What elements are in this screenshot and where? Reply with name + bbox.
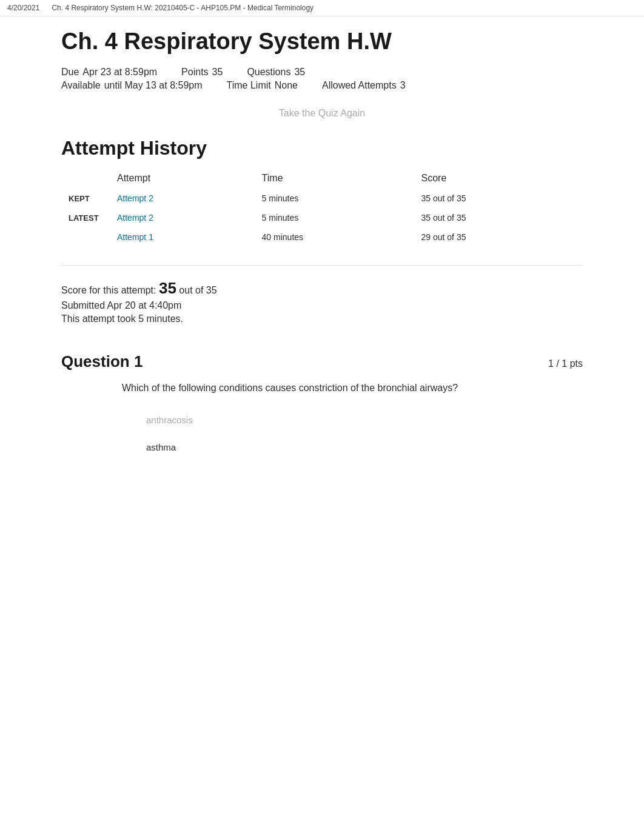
due-chunk: Due Apr 23 at 8:59pm bbox=[61, 67, 157, 78]
available-chunk: Available until May 13 at 8:59pm bbox=[61, 80, 203, 91]
points-value: 35 bbox=[212, 67, 223, 78]
row-tag: LATEST bbox=[61, 208, 110, 227]
row-attempt[interactable]: Attempt 2 bbox=[110, 208, 255, 227]
score-out-of: out of 35 bbox=[179, 285, 216, 295]
submitted-line: Submitted Apr 20 at 4:40pm bbox=[61, 300, 583, 311]
col-time: Time bbox=[255, 169, 414, 189]
available-value: until May 13 at 8:59pm bbox=[104, 80, 203, 91]
question-header: Question 1 1 / 1 pts bbox=[61, 352, 583, 371]
row-attempt[interactable]: Attempt 1 bbox=[110, 227, 255, 247]
allowed-attempts-chunk: Allowed Attempts 3 bbox=[322, 80, 406, 91]
points-chunk: Points 35 bbox=[181, 67, 223, 78]
browser-bar: 4/20/2021 Ch. 4 Respiratory System H.W: … bbox=[0, 0, 644, 16]
divider-1 bbox=[61, 265, 583, 266]
page-title: Ch. 4 Respiratory System H.W bbox=[61, 29, 583, 55]
duration-line: This attempt took 5 minutes. bbox=[61, 314, 583, 324]
row-time: 5 minutes bbox=[255, 189, 414, 208]
table-row: Attempt 140 minutes29 out of 35 bbox=[61, 227, 583, 247]
col-tag bbox=[61, 169, 110, 189]
browser-date: 4/20/2021 bbox=[7, 4, 39, 12]
take-quiz-button[interactable]: Take the Quiz Again bbox=[279, 108, 365, 119]
row-score: 35 out of 35 bbox=[414, 208, 583, 227]
question-label: Question 1 bbox=[61, 352, 143, 371]
question-text: Which of the following conditions causes… bbox=[61, 381, 583, 395]
row-time: 40 minutes bbox=[255, 227, 414, 247]
time-limit-value: None bbox=[275, 80, 298, 91]
score-line: Score for this attempt: 35 out of 35 bbox=[61, 279, 583, 298]
answer-option-correct: asthma bbox=[61, 437, 583, 457]
answer-option-incorrect: anthracosis bbox=[61, 410, 583, 430]
allowed-attempts-value: 3 bbox=[400, 80, 406, 91]
meta-section: Due Apr 23 at 8:59pm Points 35 Questions… bbox=[61, 67, 583, 91]
question-block: Question 1 1 / 1 pts Which of the follow… bbox=[61, 352, 583, 457]
row-attempt[interactable]: Attempt 2 bbox=[110, 189, 255, 208]
score-label: Score for this attempt: bbox=[61, 285, 156, 295]
questions-chunk: Questions 35 bbox=[247, 67, 305, 78]
points-label: Points bbox=[181, 67, 208, 78]
row-score: 29 out of 35 bbox=[414, 227, 583, 247]
score-value: 35 bbox=[159, 279, 176, 297]
allowed-attempts-label: Allowed Attempts bbox=[322, 80, 397, 91]
questions-value: 35 bbox=[294, 67, 305, 78]
row-score: 35 out of 35 bbox=[414, 189, 583, 208]
col-attempt: Attempt bbox=[110, 169, 255, 189]
meta-row-1: Due Apr 23 at 8:59pm Points 35 Questions… bbox=[61, 67, 583, 78]
score-summary: Score for this attempt: 35 out of 35 Sub… bbox=[61, 272, 583, 334]
table-row: LATESTAttempt 25 minutes35 out of 35 bbox=[61, 208, 583, 227]
browser-tab-title: Ch. 4 Respiratory System H.W: 20210405-C… bbox=[52, 4, 314, 12]
table-header-row: Attempt Time Score bbox=[61, 169, 583, 189]
question-pts: 1 / 1 pts bbox=[548, 358, 583, 369]
row-tag: KEPT bbox=[61, 189, 110, 208]
row-time: 5 minutes bbox=[255, 208, 414, 227]
available-label: Available bbox=[61, 80, 101, 91]
row-tag bbox=[61, 227, 110, 247]
due-value: Apr 23 at 8:59pm bbox=[82, 67, 157, 78]
table-row: KEPTAttempt 25 minutes35 out of 35 bbox=[61, 189, 583, 208]
page-content: Ch. 4 Respiratory System H.W Due Apr 23 … bbox=[43, 16, 601, 501]
attempt-history-title: Attempt History bbox=[61, 137, 583, 159]
col-score: Score bbox=[414, 169, 583, 189]
meta-row-2: Available until May 13 at 8:59pm Time Li… bbox=[61, 80, 583, 91]
attempt-history-table: Attempt Time Score KEPTAttempt 25 minute… bbox=[61, 169, 583, 247]
time-limit-chunk: Time Limit None bbox=[227, 80, 298, 91]
due-label: Due bbox=[61, 67, 79, 78]
time-limit-label: Time Limit bbox=[227, 80, 271, 91]
answer-list: anthracosisasthma bbox=[61, 410, 583, 457]
questions-label: Questions bbox=[247, 67, 290, 78]
